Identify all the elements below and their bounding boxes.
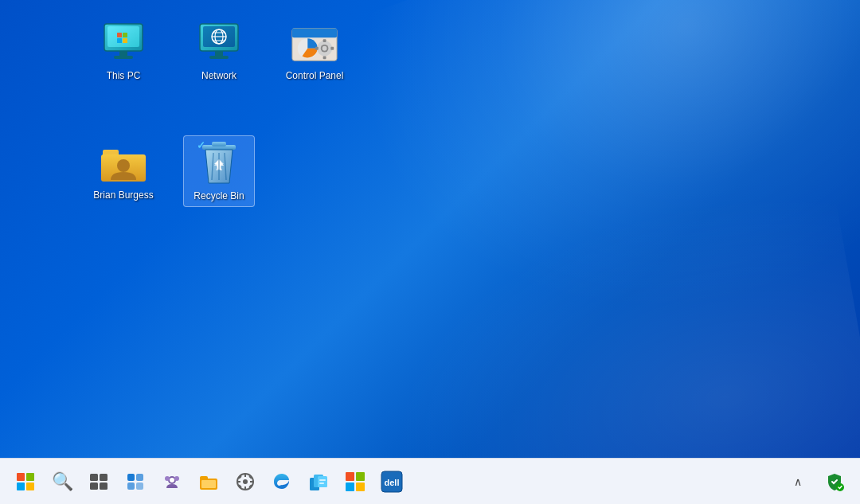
svg-rect-7: [123, 38, 127, 43]
widgets-button[interactable]: [119, 466, 151, 498]
svg-rect-40: [136, 474, 143, 481]
edge-icon: [272, 471, 292, 492]
svg-rect-52: [244, 474, 246, 477]
network-image: [195, 19, 243, 67]
user-folder-icon[interactable]: Brian Burgess: [88, 135, 159, 205]
svg-text:dell: dell: [385, 478, 400, 487]
svg-rect-39: [127, 474, 135, 481]
microsoft-store-button[interactable]: [339, 466, 371, 498]
svg-rect-6: [117, 38, 122, 43]
network-svg: [195, 22, 243, 64]
svg-rect-48: [200, 476, 208, 480]
svg-rect-42: [136, 483, 143, 490]
svg-rect-54: [237, 481, 240, 483]
microsoft-store-icon: [345, 471, 366, 492]
svg-rect-3: [114, 56, 133, 59]
svg-rect-25: [315, 47, 319, 50]
dell-button[interactable]: dell: [376, 466, 408, 498]
taskbar-left: 🔍: [10, 466, 782, 498]
svg-point-46: [165, 476, 170, 481]
svg-rect-65: [346, 472, 354, 481]
desktop-icons-row1: This PC: [88, 16, 350, 86]
svg-rect-23: [323, 39, 326, 42]
svg-rect-24: [323, 56, 326, 59]
svg-rect-4: [117, 33, 122, 37]
selection-checkmark: ✓: [197, 139, 205, 151]
file-explorer-button[interactable]: [193, 466, 225, 498]
desktop-icons-row2: Brian Burgess ✓: [88, 135, 255, 207]
recycle-bin-label: Recycle Bin: [194, 190, 244, 203]
win-pane-red: [17, 473, 25, 481]
file-explorer-icon: [198, 472, 219, 491]
svg-rect-64: [319, 483, 324, 484]
svg-point-51: [243, 479, 248, 484]
svg-point-22: [322, 46, 327, 51]
start-button[interactable]: [10, 466, 41, 498]
chat-icon: [162, 472, 182, 491]
user-folder-svg: [100, 142, 147, 183]
widgets-icon: [126, 472, 145, 491]
control-panel-svg: [291, 21, 338, 64]
windows-security-tray[interactable]: [819, 466, 850, 498]
network-label: Network: [201, 70, 236, 83]
chevron-up-icon: ∧: [794, 475, 802, 488]
svg-rect-15: [215, 51, 223, 56]
svg-point-29: [117, 159, 130, 172]
svg-rect-66: [356, 472, 365, 481]
svg-rect-26: [330, 47, 334, 50]
edge-button[interactable]: [266, 466, 298, 498]
chat-button[interactable]: [156, 466, 188, 498]
svg-rect-16: [209, 56, 229, 59]
this-pc-image: [100, 19, 147, 67]
windows-logo-icon: [17, 473, 34, 490]
tray-overflow-button[interactable]: ∧: [782, 466, 814, 498]
dell-icon: dell: [380, 470, 404, 494]
desktop: This PC: [0, 0, 860, 458]
settings-button[interactable]: [229, 466, 261, 498]
user-folder-label: Brian Burgess: [93, 189, 153, 202]
task-view-button[interactable]: [83, 466, 115, 498]
svg-rect-41: [127, 483, 135, 490]
search-button[interactable]: 🔍: [46, 466, 78, 498]
svg-rect-2: [119, 51, 127, 56]
control-panel-icon[interactable]: Control Panel: [279, 16, 350, 86]
recycle-bin-image: ✓: [195, 139, 243, 187]
control-panel-image: [291, 19, 338, 67]
app1-icon: [308, 471, 329, 492]
svg-rect-53: [244, 486, 246, 490]
svg-rect-63: [319, 479, 326, 481]
recycle-bin-icon[interactable]: ✓: [183, 135, 255, 207]
svg-rect-55: [250, 481, 253, 483]
svg-rect-67: [346, 483, 354, 491]
svg-rect-68: [356, 483, 365, 491]
search-icon: 🔍: [52, 471, 73, 492]
svg-rect-62: [318, 476, 327, 487]
task-view-icon: [90, 474, 108, 490]
svg-rect-38: [100, 483, 108, 490]
svg-rect-36: [100, 474, 108, 481]
win-pane-blue: [17, 483, 25, 490]
svg-point-44: [170, 478, 174, 483]
user-folder-image: [100, 139, 147, 186]
network-icon[interactable]: Network: [183, 16, 255, 86]
app1-button[interactable]: [303, 466, 334, 498]
svg-rect-5: [123, 33, 127, 37]
taskbar: 🔍: [0, 458, 860, 504]
svg-rect-35: [90, 474, 98, 481]
win-pane-yellow: [26, 483, 34, 490]
this-pc-icon[interactable]: This PC: [88, 16, 159, 86]
settings-icon: [236, 472, 255, 491]
this-pc-svg: [100, 22, 147, 64]
win-pane-green: [26, 473, 34, 481]
svg-point-45: [174, 476, 179, 481]
this-pc-label: This PC: [107, 70, 141, 83]
svg-rect-18: [292, 29, 337, 38]
svg-rect-31: [212, 142, 226, 147]
svg-rect-37: [90, 483, 98, 490]
control-panel-label: Control Panel: [286, 70, 344, 83]
taskbar-tray: ∧: [782, 466, 850, 498]
windows-security-icon: [825, 472, 844, 491]
svg-rect-49: [201, 480, 216, 488]
